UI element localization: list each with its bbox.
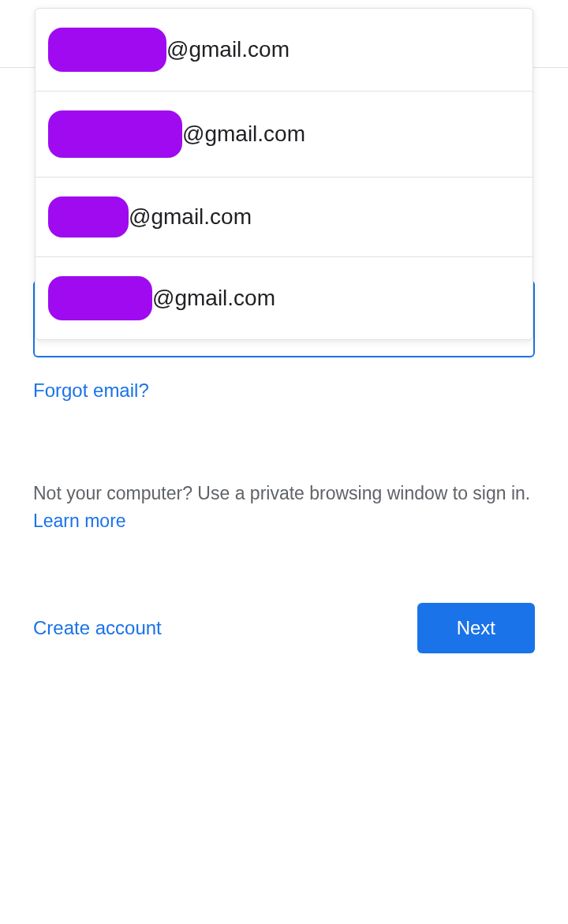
redacted-username <box>48 196 129 238</box>
redacted-username <box>48 28 166 72</box>
autocomplete-suggestion[interactable]: @gmail.com <box>36 9 532 92</box>
email-suffix: @gmail.com <box>182 122 305 147</box>
redacted-username <box>48 276 152 320</box>
learn-more-link[interactable]: Learn more <box>33 511 126 532</box>
next-button[interactable]: Next <box>417 603 535 653</box>
autocomplete-suggestion[interactable]: @gmail.com <box>36 178 532 257</box>
create-account-button[interactable]: Create account <box>33 617 162 639</box>
private-browsing-notice: Not your computer? Use a private browsin… <box>33 481 535 506</box>
autocomplete-dropdown: @gmail.com @gmail.com @gmail.com @gmail.… <box>35 8 533 340</box>
email-suffix: @gmail.com <box>166 37 290 62</box>
autocomplete-suggestion[interactable]: @gmail.com <box>36 92 532 178</box>
email-suffix: @gmail.com <box>152 286 275 311</box>
forgot-email-link[interactable]: Forgot email? <box>33 380 149 402</box>
email-suffix: @gmail.com <box>129 204 252 230</box>
redacted-username <box>48 110 182 158</box>
button-row: Create account Next <box>33 603 535 653</box>
autocomplete-suggestion[interactable]: @gmail.com <box>36 257 532 339</box>
